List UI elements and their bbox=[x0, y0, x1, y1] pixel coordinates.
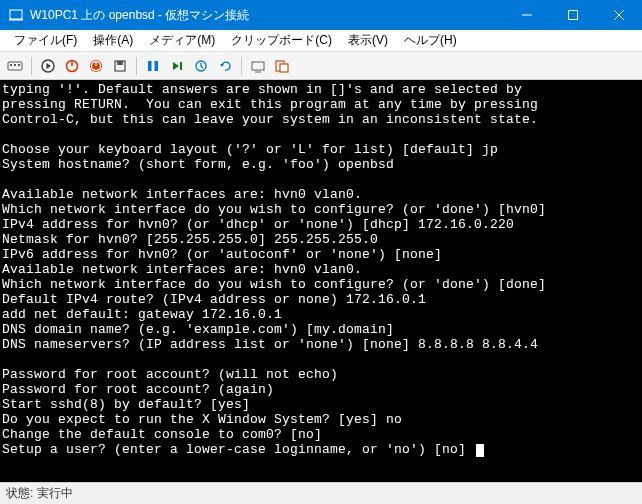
svg-rect-7 bbox=[10, 64, 12, 66]
svg-rect-25 bbox=[252, 62, 264, 70]
menu-media[interactable]: メディア(M) bbox=[141, 30, 223, 51]
terminal-line: Default IPv4 route? (IPv4 address or non… bbox=[2, 292, 426, 307]
svg-marker-21 bbox=[173, 62, 179, 70]
terminal-line: Netmask for hvn0? [255.255.255.0] 255.25… bbox=[2, 232, 378, 247]
terminal-line: pressing RETURN. You can exit this progr… bbox=[2, 97, 538, 112]
terminal-line: Do you expect to run the X Window System… bbox=[2, 412, 402, 427]
reset-button[interactable] bbox=[166, 55, 188, 77]
revert-button[interactable] bbox=[214, 55, 236, 77]
cursor bbox=[476, 444, 484, 457]
svg-rect-0 bbox=[10, 10, 22, 19]
terminal-line: Password for root account? (again) bbox=[2, 382, 274, 397]
enhanced-session-button[interactable] bbox=[247, 55, 269, 77]
terminal-line: IPv6 address for hvn0? (or 'autoconf' or… bbox=[2, 247, 442, 262]
svg-rect-9 bbox=[18, 64, 20, 66]
status-value: 実行中 bbox=[37, 485, 73, 502]
svg-marker-24 bbox=[220, 64, 224, 67]
window-controls bbox=[504, 0, 642, 30]
toolbar bbox=[0, 52, 642, 80]
terminal-line: DNS domain name? (e.g. 'example.com') [m… bbox=[2, 322, 394, 337]
svg-rect-28 bbox=[280, 64, 288, 72]
svg-rect-19 bbox=[148, 61, 152, 71]
terminal-line: Change the default console to com0? [no] bbox=[2, 427, 322, 442]
svg-rect-3 bbox=[569, 11, 578, 20]
svg-rect-18 bbox=[117, 61, 123, 65]
menu-action[interactable]: 操作(A) bbox=[85, 30, 141, 51]
close-button[interactable] bbox=[596, 0, 642, 30]
shutdown-button[interactable] bbox=[85, 55, 107, 77]
terminal-line: Available network interfaces are: hvn0 v… bbox=[2, 187, 362, 202]
start-button[interactable] bbox=[37, 55, 59, 77]
terminal-line: Choose your keyboard layout ('?' or 'L' … bbox=[2, 142, 498, 157]
svg-rect-22 bbox=[180, 62, 182, 70]
terminal-line: DNS nameservers? (IP address list or 'no… bbox=[2, 337, 538, 352]
titlebar[interactable]: W10PC1 上の openbsd - 仮想マシン接続 bbox=[0, 0, 642, 30]
menu-view[interactable]: 表示(V) bbox=[340, 30, 396, 51]
terminal-line: Password for root account? (will not ech… bbox=[2, 367, 338, 382]
minimize-button[interactable] bbox=[504, 0, 550, 30]
terminal-line: Setup a user? (enter a lower-case loginn… bbox=[2, 442, 474, 457]
window-title: W10PC1 上の openbsd - 仮想マシン接続 bbox=[30, 7, 504, 24]
separator bbox=[241, 57, 242, 75]
terminal-pane[interactable]: typing '!'. Default answers are shown in… bbox=[0, 80, 642, 482]
statusbar: 状態: 実行中 bbox=[0, 482, 642, 504]
status-label: 状態: bbox=[6, 485, 33, 502]
terminal-line: typing '!'. Default answers are shown in… bbox=[2, 82, 522, 97]
turnoff-button[interactable] bbox=[61, 55, 83, 77]
separator bbox=[31, 57, 32, 75]
terminal-line: Control-C, but this can leave your syste… bbox=[2, 112, 538, 127]
maximize-button[interactable] bbox=[550, 0, 596, 30]
pause-button[interactable] bbox=[142, 55, 164, 77]
save-button[interactable] bbox=[109, 55, 131, 77]
menubar: ファイル(F) 操作(A) メディア(M) クリップボード(C) 表示(V) ヘ… bbox=[0, 30, 642, 52]
share-button[interactable] bbox=[271, 55, 293, 77]
ctrl-alt-del-button[interactable] bbox=[4, 55, 26, 77]
terminal-line: Available network interfaces are: hvn0 v… bbox=[2, 262, 362, 277]
svg-rect-20 bbox=[155, 61, 159, 71]
svg-rect-1 bbox=[9, 19, 23, 21]
app-icon bbox=[8, 7, 24, 23]
checkpoint-button[interactable] bbox=[190, 55, 212, 77]
svg-rect-8 bbox=[14, 64, 16, 66]
terminal-line: add net default: gateway 172.16.0.1 bbox=[2, 307, 282, 322]
menu-clipboard[interactable]: クリップボード(C) bbox=[223, 30, 340, 51]
terminal-line: Which network interface do you wish to c… bbox=[2, 202, 546, 217]
terminal-line: Which network interface do you wish to c… bbox=[2, 277, 546, 292]
terminal-line: IPv4 address for hvn0? (or 'dhcp' or 'no… bbox=[2, 217, 514, 232]
svg-marker-11 bbox=[47, 63, 52, 69]
terminal-line: Start sshd(8) by default? [yes] bbox=[2, 397, 250, 412]
menu-help[interactable]: ヘルプ(H) bbox=[396, 30, 465, 51]
terminal-line: System hostname? (short form, e.g. 'foo'… bbox=[2, 157, 394, 172]
separator bbox=[136, 57, 137, 75]
menu-file[interactable]: ファイル(F) bbox=[6, 30, 85, 51]
